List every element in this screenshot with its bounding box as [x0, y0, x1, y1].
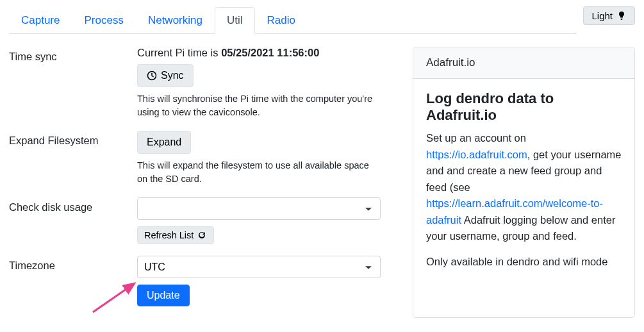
tab-networking[interactable]: Networking: [136, 7, 215, 34]
tabs-nav: Capture Process Networking Util Radio: [9, 6, 577, 34]
clock-icon: [147, 71, 157, 81]
adafruit-card-p1: Set up an account on https://io.adafruit…: [426, 130, 622, 245]
theme-toggle-button[interactable]: Light: [583, 6, 635, 25]
adafruit-io-link[interactable]: https://io.adafruit.com: [426, 149, 527, 160]
adafruit-card: Adafruit.io Log dendro data to Adafruit.…: [413, 47, 635, 318]
disk-usage-section: Check disk usage Refresh List: [9, 197, 393, 244]
expand-fs-section: Expand Filesystem Expand This will expan…: [9, 131, 393, 186]
time-sync-section: Time sync Current Pi time is 05/25/2021 …: [9, 47, 393, 119]
expand-fs-label: Expand Filesystem: [9, 131, 137, 147]
update-timezone-button[interactable]: Update: [137, 285, 190, 306]
lightbulb-icon: [616, 11, 627, 21]
disk-usage-select[interactable]: [137, 197, 381, 220]
expand-button[interactable]: Expand: [137, 131, 191, 154]
theme-toggle-label: Light: [591, 10, 613, 21]
current-time-value: 05/25/2021 11:56:00: [221, 47, 319, 58]
refresh-icon: [197, 230, 207, 240]
disk-usage-label: Check disk usage: [9, 197, 137, 213]
time-sync-help: This will synchronise the Pi time with t…: [137, 92, 381, 119]
timezone-select[interactable]: UTC: [137, 256, 381, 278]
adafruit-card-p2: Only available in dendro and wifi mode: [426, 254, 622, 270]
adafruit-card-title: Log dendro data to Adafruit.io: [426, 90, 622, 124]
tab-capture[interactable]: Capture: [9, 7, 72, 34]
tab-process[interactable]: Process: [72, 7, 135, 34]
sync-button[interactable]: Sync: [137, 64, 194, 87]
tab-radio[interactable]: Radio: [255, 7, 308, 34]
adafruit-card-header: Adafruit.io: [413, 47, 634, 79]
current-time-text: Current Pi time is 05/25/2021 11:56:00: [137, 47, 393, 59]
timezone-section: Timezone UTC Update: [9, 256, 393, 306]
timezone-label: Timezone: [9, 256, 137, 272]
time-sync-label: Time sync: [9, 47, 137, 63]
expand-fs-help: This will expand the filesystem to use a…: [137, 159, 381, 186]
tab-util[interactable]: Util: [215, 7, 255, 34]
refresh-list-button[interactable]: Refresh List: [137, 226, 214, 244]
